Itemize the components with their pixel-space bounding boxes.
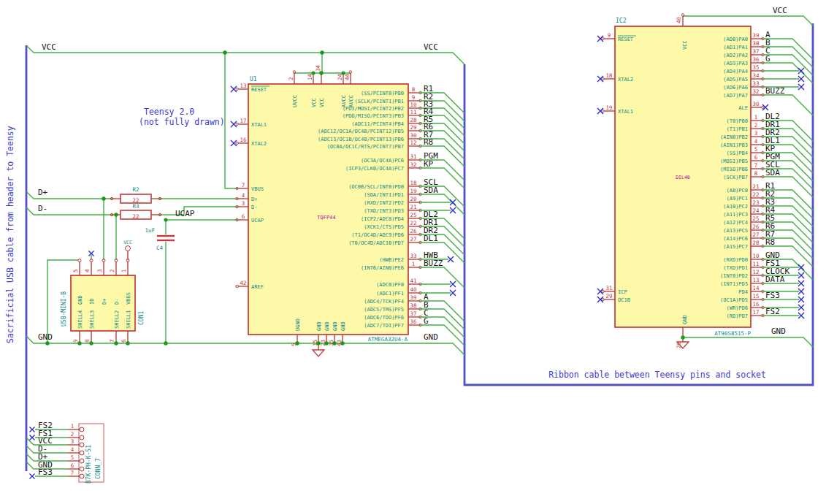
pin-number: 3 (242, 200, 245, 207)
teensy-note-line2: (not fully drawn) (139, 117, 225, 127)
pin-number: 12 (752, 269, 759, 275)
pin-number: 30 (410, 132, 417, 139)
net-label: FS3 (765, 291, 780, 300)
pin-number: 25 (752, 215, 759, 222)
pin-name: (A14)PC6 (723, 236, 748, 242)
con1-ref: CON1 (138, 311, 145, 325)
pin-name: OC1B (618, 297, 630, 303)
pin-number: 19 (410, 188, 416, 194)
pin-name: RESET (618, 37, 634, 42)
c4-ref: C4 (156, 245, 164, 251)
pin-number: 18 (410, 180, 417, 186)
r2-ref: R2 (132, 186, 139, 193)
pin-name: GND (332, 321, 338, 331)
pin-name: ID (89, 299, 95, 305)
pin-name: (XCK1/CTS)PD5 (364, 224, 404, 230)
pin-number: 7 (109, 339, 115, 343)
pin-name: (MOSI)PB5 (720, 159, 748, 164)
pin-number: 2 (754, 122, 758, 129)
pin-number: 1 (71, 423, 74, 429)
pin-number: 21 (410, 204, 416, 210)
pin-number: 31 (410, 153, 416, 160)
pin-name: (ADC7/TDI)PF7 (364, 323, 404, 329)
net-label-vcc-ic2: VCC (773, 6, 787, 15)
pin-number: 11 (410, 109, 416, 115)
pin-number: 36 (410, 318, 417, 325)
pin-number: 22 (752, 191, 759, 198)
pin-number: 4 (71, 446, 74, 453)
pin-number: 1 (412, 261, 416, 267)
pin-name: (OC0B/SCL/INT0)PD0 (348, 184, 404, 190)
net-label-dplus: D+ (38, 188, 48, 197)
pin-name: (INT6/AIN0)PE6 (361, 265, 404, 271)
pin-number: 12 (410, 140, 416, 146)
pin-number: 38 (410, 302, 417, 309)
pin-name: UVCC (292, 95, 298, 107)
pin-name: UCAP (251, 218, 264, 224)
pin-name: (ICP2/ADC8)PD4 (361, 216, 404, 222)
pin-name: (ADC1)PF1 (376, 291, 404, 297)
pin-name: (AD2)PA2 (723, 53, 748, 58)
pin-number: 2 (71, 431, 74, 438)
component-con1: USB-MINI-B CON1 5 4 3 2 1 GND ID D+ D- V… (61, 251, 145, 344)
pin-number: 33 (410, 253, 416, 259)
pin-number: 16 (240, 137, 247, 143)
pin-name: (ADC5/TMS)PF5 (364, 307, 404, 313)
con1-value: USB-MINI-B (61, 291, 67, 327)
pin-name: (SDA/INT1)PD1 (364, 192, 404, 198)
pin-name: (T0/OC4D/ADC10)PD7 (348, 240, 404, 246)
pin-number: 10 (752, 253, 760, 259)
pin-name: (SCLK/PCINT1)PB1 (355, 99, 404, 104)
pin-name: GND (77, 295, 83, 305)
pin-name: (AD3)PA3 (723, 61, 748, 66)
pin-name: (A13)PC5 (723, 228, 748, 234)
pin-number: 29 (605, 293, 612, 299)
pin-number: 4 (242, 192, 245, 199)
pin-number: 31 (605, 285, 612, 291)
pin-number: 4 (84, 269, 91, 272)
pin-name: D- (251, 205, 257, 210)
pin-name: GND (682, 315, 688, 324)
u1-value: ATMEGA32U4-A (368, 336, 408, 343)
pin-number: 40 (676, 16, 682, 23)
pin-name: (A9)PC1 (726, 196, 748, 202)
pin-number: 13 (240, 83, 246, 89)
pin-name: (RD)PD7 (726, 313, 748, 319)
pin-name: (T0)PB0 (726, 118, 748, 124)
pin-number: 30 (752, 101, 760, 107)
pin-number: 4 (754, 138, 758, 145)
pin-name: (AD7)PA7 (723, 93, 748, 99)
pin-number: 7 (754, 162, 758, 169)
pin-name: VBUS (126, 292, 131, 305)
net-label: BUZZ (765, 86, 785, 96)
pin-name: (TXD/INT3)PD3 (364, 208, 404, 214)
pin-name: (SS)PB4 (726, 150, 748, 156)
component-ic2: IC2 AT90S8515-P DIL40 40 VCC 20 GND 9RES… (597, 14, 813, 348)
pin-number: 9 (72, 339, 79, 343)
pin-number: 3 (96, 269, 103, 272)
pin-number: 32 (752, 88, 759, 95)
pin-number: 34 (315, 64, 321, 72)
net-label: R8 (424, 137, 433, 147)
pin-name: (OC3A/OC4A)PC6 (361, 158, 404, 164)
net-label: R8 (765, 237, 775, 247)
pin-number: 9 (608, 32, 611, 39)
pin-number: 26 (752, 224, 760, 230)
net-label: SDA (765, 168, 780, 177)
pin-number: 22 (410, 220, 416, 226)
pin-name: D+ (251, 196, 257, 202)
pin-number: 8 (84, 339, 91, 343)
ic2-ref: IC2 (616, 18, 627, 24)
net-label: DATA (765, 275, 785, 284)
pin-name: (PDO/MISO/PCINT3)PB3 (343, 113, 404, 119)
pin-name: XTAL1 (618, 109, 633, 115)
pin-number: 24 (337, 73, 343, 80)
pin-number: 1 (121, 269, 127, 272)
pin-number: 38 (752, 40, 760, 47)
net-label: DL1 (424, 234, 438, 243)
pin-name: (T1/OC4D/ADC9)PD6 (351, 232, 404, 238)
pin-number: 11 (752, 261, 759, 267)
pin-name: (PDI/MOSI/PCINT2)PB2 (343, 106, 404, 112)
pin-number: 2 (288, 77, 294, 80)
component-conn7: B7K-PH-K-S1 CONN_7 1FS2 2FS1 3VCC 4D- 5D… (30, 421, 104, 484)
